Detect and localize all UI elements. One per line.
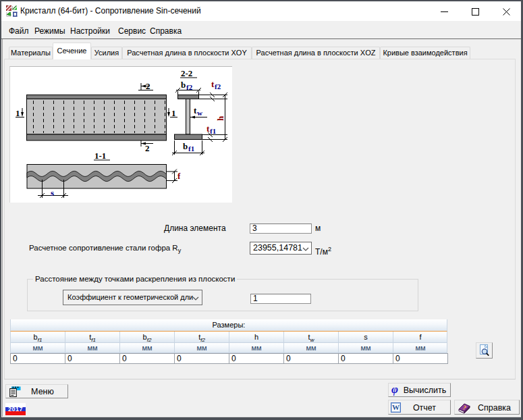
svg-text:h: h <box>215 115 225 121</box>
svg-text:f1: f1 <box>188 145 194 153</box>
svg-text:w: w <box>197 109 202 117</box>
svg-text:s: s <box>51 188 54 198</box>
svg-text:1-1: 1-1 <box>94 151 106 161</box>
svg-text:1: 1 <box>16 108 20 118</box>
svg-text:b: b <box>181 80 186 90</box>
svg-text:f: f <box>177 171 181 181</box>
svg-text:2-2: 2-2 <box>181 68 192 78</box>
svg-text:f2: f2 <box>215 82 221 90</box>
svg-text:f1: f1 <box>210 127 216 135</box>
svg-text:b: b <box>183 141 188 151</box>
svg-text:1: 1 <box>171 108 176 118</box>
